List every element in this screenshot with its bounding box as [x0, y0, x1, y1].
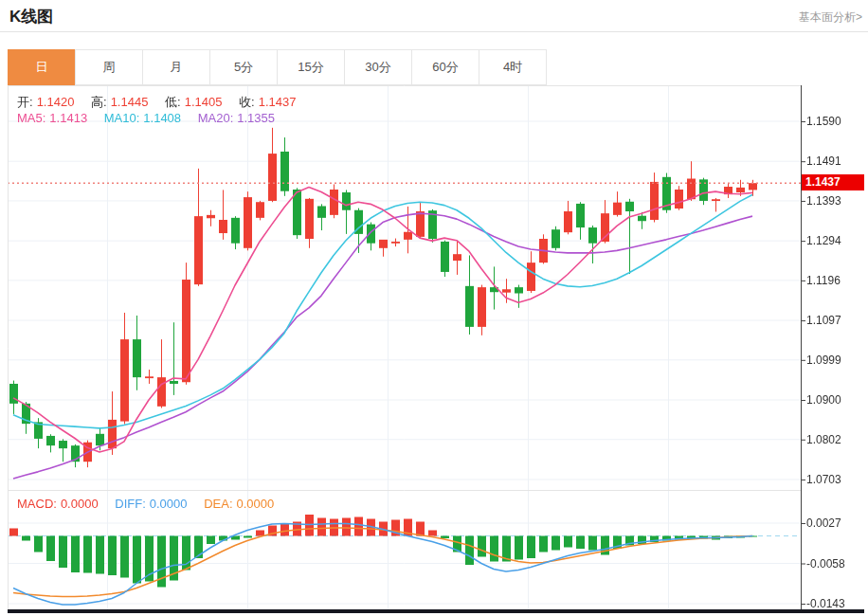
- high-label: 高:: [91, 95, 107, 109]
- high-value: 1.1445: [111, 95, 149, 109]
- ma20-value: 1.1355: [237, 111, 275, 125]
- price-axis-label: 1.1393: [806, 194, 865, 208]
- ma-readout: MA5:1.1413 MA10:1.1408 MA20:1.1355: [17, 111, 279, 125]
- open-label: 开:: [17, 95, 33, 109]
- tab-day[interactable]: 日: [8, 49, 76, 85]
- ma5-label: MA5:: [17, 111, 45, 125]
- low-value: 1.1405: [185, 95, 223, 109]
- tab-15min[interactable]: 15分: [277, 49, 345, 85]
- kline-chart-canvas[interactable]: [0, 0, 868, 616]
- tab-week[interactable]: 周: [75, 49, 143, 85]
- tab-month[interactable]: 月: [142, 49, 210, 85]
- close-value: 1.1437: [259, 95, 297, 109]
- ma20-label: MA20:: [198, 111, 234, 125]
- diff-label: DIFF:: [115, 497, 146, 511]
- dea-value: 0.0000: [237, 497, 275, 511]
- price-axis-label: 1.0900: [806, 393, 865, 407]
- close-label: 收:: [239, 95, 255, 109]
- tab-5min[interactable]: 5分: [209, 49, 278, 85]
- price-axis-label: 1.1491: [806, 154, 865, 168]
- open-value: 1.1420: [37, 95, 75, 109]
- macd-axis-label: -0.0143: [806, 597, 865, 610]
- price-axis-label: 1.1097: [806, 314, 865, 327]
- macd-axis-label: -0.0058: [806, 557, 865, 571]
- price-axis-label: 1.0703: [806, 473, 865, 486]
- macd-axis-label: 0.0027: [806, 516, 865, 530]
- macd-value: 0.0000: [61, 497, 99, 511]
- price-axis-label: 1.1196: [806, 274, 865, 287]
- price-axis-label: 1.1294: [806, 234, 865, 247]
- ohlc-readout: 开:1.1420 高:1.1445 低:1.1405 收:1.1437: [17, 94, 299, 111]
- tab-4hour[interactable]: 4时: [479, 49, 547, 85]
- diff-value: 0.0000: [150, 497, 188, 511]
- tab-60min[interactable]: 60分: [411, 49, 479, 85]
- interval-tabbar: 日 周 月 5分 15分 30分 60分 4时: [8, 49, 547, 85]
- low-label: 低:: [165, 95, 181, 109]
- ma10-value: 1.1408: [143, 111, 181, 125]
- price-axis-label: 1.1590: [806, 115, 865, 128]
- price-axis-label: 1.0999: [806, 353, 865, 367]
- dea-label: DEA:: [204, 497, 232, 511]
- tab-30min[interactable]: 30分: [344, 49, 412, 85]
- last-price-tag: 1.1437: [802, 174, 864, 190]
- ma10-label: MA10:: [104, 111, 140, 125]
- macd-label: MACD:: [17, 497, 57, 511]
- price-axis-label: 1.0802: [806, 433, 865, 446]
- macd-readout: MACD:0.0000 DIFF:0.0000 DEA:0.0000: [17, 497, 278, 511]
- ma5-value: 1.1413: [49, 111, 87, 125]
